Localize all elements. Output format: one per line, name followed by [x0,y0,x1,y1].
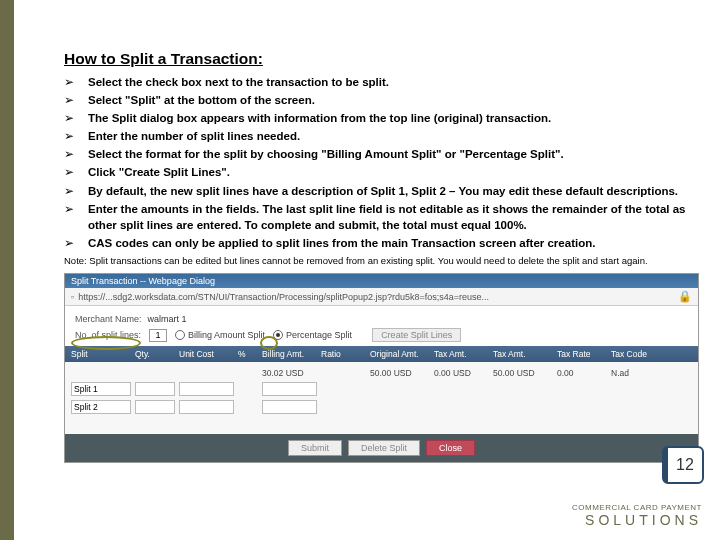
col-header: Ratio [321,349,366,359]
brand-big: SOLUTIONS [572,512,702,528]
screenshot-embed: Split Transaction -- Webpage Dialog ▫ ht… [64,273,699,463]
button-bar: Submit Delete Split Close [65,434,698,462]
step-item: Select the check box next to the transac… [64,74,708,90]
step-item: Enter the amounts in the fields. The las… [64,201,708,233]
qty-input[interactable] [135,400,175,414]
col-header: Split [71,349,131,359]
url-bar: ▫ https://...sdg2.worksdata.com/STN/UI/T… [65,288,698,306]
step-item: Select "Split" at the bottom of the scre… [64,92,708,108]
cell: 50.00 USD [370,368,430,378]
lock-icon: 🔒 [678,290,692,303]
col-header: Tax Code [611,349,661,359]
col-header: % [238,349,258,359]
step-item: Enter the number of split lines needed. [64,128,708,144]
submit-button[interactable]: Submit [288,440,342,456]
col-header: Tax Rate [557,349,607,359]
merchant-label: Merchant Name: [75,314,142,324]
radio-label: Percentage Split [286,330,352,340]
nlines-input[interactable] [149,329,167,342]
col-header: Tax Amt. [493,349,553,359]
step-item: The Split dialog box appears with inform… [64,110,708,126]
split-name-input[interactable] [71,382,131,396]
form-area: Merchant Name: walmart 1 No. of split li… [65,306,698,346]
step-item: Click "Create Split Lines". [64,164,708,180]
step-item: CAS codes can only be applied to split l… [64,235,708,251]
split-name-input[interactable] [71,400,131,414]
col-header: Original Amt. [370,349,430,359]
table-row [71,398,692,416]
col-header: Qty. [135,349,175,359]
qty-input[interactable] [135,382,175,396]
step-item: By default, the new split lines have a d… [64,183,708,199]
cell: 30.02 USD [262,368,317,378]
col-header: Unit Cost [179,349,234,359]
unitcost-input[interactable] [179,382,234,396]
url-text: https://...sdg2.worksdata.com/STN/UI/Tra… [78,292,674,302]
radio-label: Billing Amount Split [188,330,265,340]
radio-billing-split[interactable]: Billing Amount Split [175,330,265,340]
step-item: Select the format for the split by choos… [64,146,708,162]
cell: N.ad [611,368,661,378]
table-row [71,380,692,398]
table-header: Split Qty. Unit Cost % Billing Amt. Rati… [65,346,698,362]
unitcost-input[interactable] [179,400,234,414]
merchant-value: walmart 1 [148,314,187,324]
page-number-badge: 12 [662,446,704,484]
col-header: Tax Amt. [434,349,489,359]
table-row: 30.02 USD 50.00 USD 0.00 USD 50.00 USD 0… [71,366,692,380]
note-text: Note: Split transactions can be edited b… [64,255,708,267]
left-accent-stripe [0,0,14,540]
radio-icon [175,330,185,340]
delete-split-button[interactable]: Delete Split [348,440,420,456]
page-title: How to Split a Transaction: [64,50,708,68]
cell: 0.00 [557,368,607,378]
footer-brand: COMMERCIAL CARD PAYMENT SOLUTIONS [572,503,702,528]
dialog-titlebar: Split Transaction -- Webpage Dialog [65,274,698,288]
billing-input[interactable] [262,382,317,396]
col-header: Billing Amt. [262,349,317,359]
cell: 0.00 USD [434,368,489,378]
cell: 50.00 USD [493,368,553,378]
page-icon: ▫ [71,292,74,302]
table-body: 30.02 USD 50.00 USD 0.00 USD 50.00 USD 0… [65,362,698,434]
brand-small: COMMERCIAL CARD PAYMENT [572,503,702,512]
steps-list: Select the check box next to the transac… [64,74,708,251]
create-split-lines-button[interactable]: Create Split Lines [372,328,461,342]
radio-percentage-split[interactable]: Percentage Split [273,330,352,340]
close-button[interactable]: Close [426,440,475,456]
billing-input[interactable] [262,400,317,414]
